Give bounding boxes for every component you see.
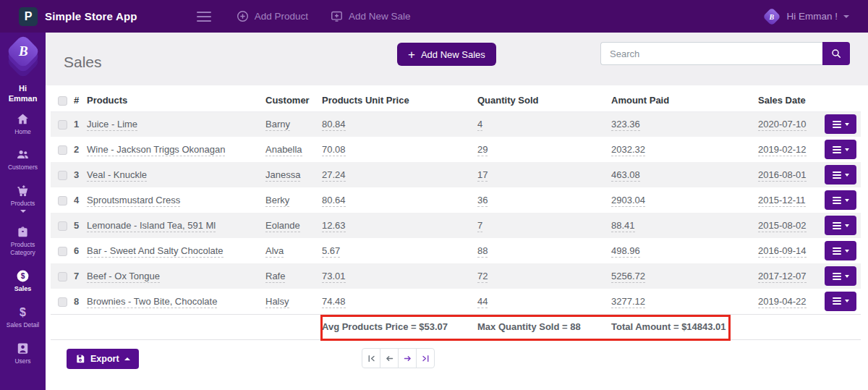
row-checkbox[interactable] <box>58 297 67 307</box>
cell-customer[interactable]: Halsy <box>265 296 289 308</box>
add-product-link[interactable]: Add Product <box>236 9 308 23</box>
topbar: P Simple Store App Add Product Add New S… <box>0 0 868 33</box>
cell-unit-price[interactable]: 74.48 <box>322 296 346 308</box>
row-checkbox[interactable] <box>58 145 67 155</box>
cell-product[interactable]: Beef - Ox Tongue <box>87 271 160 283</box>
sidebar-item-products-category[interactable]: Products Category <box>0 219 46 262</box>
cell-amount-paid[interactable]: 2903.04 <box>611 195 645 207</box>
plus-icon: + <box>408 48 415 61</box>
row-number: 3 <box>72 162 85 187</box>
cell-customer[interactable]: Eolande <box>265 220 300 232</box>
cell-quantity-sold[interactable]: 72 <box>477 271 488 283</box>
cell-customer[interactable]: Alva <box>265 245 284 258</box>
pagination-last-button[interactable] <box>416 348 435 368</box>
row-actions-button[interactable] <box>825 165 856 185</box>
row-number: 1 <box>72 111 85 137</box>
cell-unit-price[interactable]: 5.67 <box>322 245 340 258</box>
cell-sales-date[interactable]: 2015-12-11 <box>758 195 806 207</box>
cell-quantity-sold[interactable]: 44 <box>477 296 488 308</box>
cell-product[interactable]: Juice - Lime <box>87 119 137 131</box>
cell-unit-price[interactable]: 80.84 <box>322 119 346 131</box>
sidebar-item-home[interactable]: Home <box>0 106 46 142</box>
row-actions-button[interactable] <box>825 216 856 235</box>
pagination-previous-button[interactable] <box>380 348 399 368</box>
cell-customer[interactable]: Barny <box>265 119 290 131</box>
search-icon <box>830 48 842 59</box>
cell-amount-paid[interactable]: 5256.72 <box>611 271 645 283</box>
cell-quantity-sold[interactable]: 88 <box>477 245 488 258</box>
cell-product[interactable]: Veal - Knuckle <box>87 169 147 182</box>
cell-quantity-sold[interactable]: 29 <box>477 144 488 156</box>
row-checkbox[interactable] <box>58 196 67 205</box>
cell-quantity-sold[interactable]: 36 <box>477 195 488 207</box>
sidebar-item-sales[interactable]: $ Sales <box>0 263 46 299</box>
summary-row: Avg Products Price = $53.07 Max Quantity… <box>51 314 861 339</box>
cell-amount-paid[interactable]: 2032.32 <box>611 144 645 156</box>
search-button[interactable] <box>822 42 850 65</box>
cell-sales-date[interactable]: 2019-04-22 <box>758 296 807 308</box>
cell-sales-date[interactable]: 2019-02-12 <box>758 144 807 156</box>
sidebar-item-users[interactable]: Users <box>0 335 46 371</box>
row-actions-button[interactable] <box>825 114 856 134</box>
add-new-sale-link[interactable]: Add New Sale <box>330 9 411 23</box>
table-body: 1 Juice - Lime Barny 80.84 4 323.36 2020… <box>51 111 861 314</box>
cell-sales-date[interactable]: 2017-12-07 <box>758 271 807 283</box>
row-actions-button[interactable] <box>825 140 856 159</box>
cell-sales-date[interactable]: 2015-08-02 <box>758 220 807 232</box>
pagination-next-button[interactable] <box>398 348 417 368</box>
row-actions-button[interactable] <box>825 190 856 210</box>
export-button[interactable]: Export <box>67 349 139 369</box>
cell-customer[interactable]: Janessa <box>265 169 300 182</box>
caret-down-icon <box>845 300 849 302</box>
cell-sales-date[interactable]: 2020-07-10 <box>758 119 807 131</box>
pagination-first-button[interactable] <box>362 348 380 368</box>
cell-unit-price[interactable]: 80.64 <box>322 195 346 207</box>
cell-product[interactable]: Wine - Jackson Triggs Okonagan <box>87 144 225 156</box>
cell-unit-price[interactable]: 12.63 <box>322 220 346 232</box>
cell-amount-paid[interactable]: 3277.12 <box>611 296 645 308</box>
cell-sales-date[interactable]: 2016-09-14 <box>758 245 807 258</box>
cell-quantity-sold[interactable]: 4 <box>477 119 482 131</box>
sidebar-item-customers[interactable]: Customers <box>0 141 46 177</box>
cell-product[interactable]: Lemonade - Island Tea, 591 Ml <box>87 220 216 232</box>
select-all-checkbox[interactable] <box>58 96 67 106</box>
cell-customer[interactable]: Berky <box>265 195 289 207</box>
cell-unit-price[interactable]: 73.01 <box>322 271 346 283</box>
cell-unit-price[interactable]: 70.08 <box>322 144 346 156</box>
cell-quantity-sold[interactable]: 7 <box>477 220 482 232</box>
cell-unit-price[interactable]: 27.24 <box>322 169 346 182</box>
cell-product[interactable]: Sproutsmustard Cress <box>87 195 180 207</box>
summary-avg-price: Avg Products Price = $53.07 <box>320 314 476 339</box>
row-checkbox[interactable] <box>58 120 67 130</box>
svg-text:$: $ <box>21 272 25 280</box>
cell-customer[interactable]: Rafe <box>265 271 285 283</box>
sidebar-greeting: Hi Emman <box>8 83 38 104</box>
cell-amount-paid[interactable]: 463.08 <box>611 169 640 182</box>
table-row: 2 Wine - Jackson Triggs Okonagan Anabell… <box>51 137 861 162</box>
row-number: 4 <box>72 187 85 213</box>
row-checkbox[interactable] <box>58 272 67 281</box>
summary-max-quantity: Max Quantity Sold = 88 <box>476 314 610 339</box>
menu-icon[interactable] <box>194 9 214 25</box>
table-row: 8 Brownies - Two Bite, Chocolate Halsy 7… <box>51 289 861 314</box>
cell-sales-date[interactable]: 2016-08-01 <box>758 169 807 182</box>
row-actions-button[interactable] <box>825 241 856 260</box>
row-checkbox[interactable] <box>58 221 67 231</box>
cell-amount-paid[interactable]: 498.96 <box>611 245 640 258</box>
row-actions-button[interactable] <box>825 266 856 286</box>
cell-quantity-sold[interactable]: 17 <box>477 169 488 182</box>
row-checkbox[interactable] <box>58 247 67 256</box>
add-new-sales-button[interactable]: + Add New Sales <box>397 43 496 66</box>
sidebar-item-sales-detail[interactable]: $ Sales Detail <box>0 299 46 335</box>
cell-amount-paid[interactable]: 88.41 <box>611 220 635 232</box>
cell-amount-paid[interactable]: 323.36 <box>611 119 640 131</box>
row-checkbox[interactable] <box>58 171 67 180</box>
summary-total-amount: Total Amount = $14843.01 <box>610 314 757 339</box>
cell-product[interactable]: Brownies - Two Bite, Chocolate <box>87 296 217 308</box>
sidebar-item-products[interactable]: Products <box>0 177 46 219</box>
user-menu[interactable]: B Hi Emman ! <box>763 8 849 25</box>
cell-product[interactable]: Bar - Sweet And Salty Chocolate <box>87 245 224 258</box>
row-actions-button[interactable] <box>825 292 856 311</box>
cell-customer[interactable]: Anabella <box>265 144 302 156</box>
search-input[interactable] <box>600 42 822 65</box>
